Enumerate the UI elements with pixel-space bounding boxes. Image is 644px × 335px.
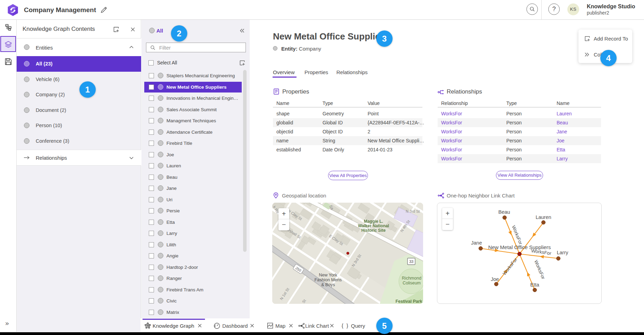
svg-text:Beau: Beau (498, 209, 510, 215)
svg-text:Etta: Etta (530, 282, 540, 288)
svg-text:New Metal Office Suppliers: New Metal Office Suppliers (488, 244, 551, 250)
svg-text:Fashion Mens: Fashion Mens (315, 277, 342, 282)
svg-text:& Boys: & Boys (321, 282, 335, 287)
svg-text:Walker National: Walker National (358, 223, 389, 228)
svg-text:New York: New York (319, 273, 338, 277)
svg-text:WorksFor: WorksFor (533, 259, 546, 280)
svg-text:33: 33 (409, 259, 413, 264)
svg-text:Festival Park: Festival Park (395, 299, 422, 304)
svg-text:Larry: Larry (557, 250, 568, 255)
svg-text:Lauren: Lauren (535, 214, 551, 220)
svg-text:Richmond: Richmond (402, 276, 421, 281)
svg-text:Joe: Joe (491, 276, 499, 282)
svg-text:Coliseum: Coliseum (403, 281, 421, 285)
svg-text:WorksFor: WorksFor (502, 257, 518, 276)
svg-text:Jane: Jane (471, 240, 482, 246)
svg-text:N 3rd St: N 3rd St (406, 209, 420, 213)
svg-text:WorksFor: WorksFor (511, 224, 523, 245)
svg-text:Maggie L.: Maggie L. (364, 219, 383, 224)
svg-text:Historic Site: Historic Site (361, 228, 386, 233)
